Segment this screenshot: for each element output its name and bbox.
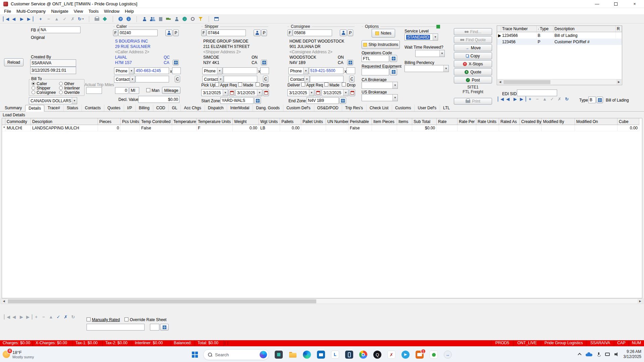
- prior-record-icon[interactable]: ◀: [11, 314, 17, 319]
- start-button[interactable]: [192, 352, 198, 358]
- column-header[interactable]: Rate Per: [458, 118, 476, 125]
- menu-item[interactable]: File: [1, 8, 14, 14]
- notes-button[interactable]: Notes: [372, 29, 395, 38]
- next-record-icon[interactable]: ▶: [513, 97, 518, 102]
- man-checkbox[interactable]: [146, 88, 150, 92]
- search-box[interactable]: Search: [203, 349, 269, 360]
- tab[interactable]: Quotes: [104, 105, 124, 111]
- delete-record-icon[interactable]: −: [535, 97, 540, 102]
- column-header[interactable]: Temperature Units: [197, 118, 233, 125]
- refresh-icon[interactable]: ↻: [70, 314, 76, 319]
- last-record-icon[interactable]: ▶▕: [520, 97, 525, 102]
- edit-record-icon[interactable]: ▲: [48, 314, 54, 319]
- trace-row[interactable]: ▶ 1234566 B Bill of Lading: [497, 32, 622, 39]
- tab[interactable]: Summary: [1, 105, 25, 111]
- first-record-icon[interactable]: ▏◀: [498, 97, 503, 102]
- column-header[interactable]: Pallet Units: [301, 118, 326, 125]
- wait-time-select[interactable]: ▼: [415, 50, 445, 57]
- tab[interactable]: Dang. Goods: [253, 105, 283, 111]
- mail-icon[interactable]: 1: [415, 350, 424, 359]
- edit-record-icon[interactable]: ▲: [54, 16, 60, 22]
- about-icon[interactable]: i: [126, 16, 132, 22]
- scroll-left-icon[interactable]: ◀: [1, 299, 7, 304]
- rate-sheet-input[interactable]: [150, 324, 159, 330]
- menu-item[interactable]: Help: [122, 8, 137, 14]
- print-icon[interactable]: [94, 16, 100, 22]
- trace-row[interactable]: 123456 P Customer PO/Ref #: [497, 39, 622, 45]
- scroll-thumb[interactable]: [503, 80, 550, 84]
- override-rate-sheet-checkbox[interactable]: [124, 317, 128, 321]
- first-record-icon[interactable]: ▏◀: [4, 314, 9, 319]
- insert-record-icon[interactable]: +: [34, 314, 39, 319]
- refresh-icon[interactable]: ↻▼: [78, 16, 84, 22]
- start-zone-input[interactable]: YARD-WALS: [220, 97, 254, 104]
- shipper-contact-select[interactable]: Contact▼: [202, 76, 223, 83]
- shipper-c-button[interactable]: C: [263, 76, 268, 82]
- consignee-phone-input[interactable]: 519-421-5500: [309, 67, 343, 74]
- column-header[interactable]: Items: [397, 118, 412, 125]
- store-icon[interactable]: [317, 350, 325, 359]
- miles-value-input[interactable]: 0: [115, 87, 128, 94]
- scroll-left-icon[interactable]: ◀: [497, 79, 503, 84]
- weather-widget[interactable]: 4 18°FMostly sunny: [3, 348, 34, 361]
- tab[interactable]: Contacts: [82, 105, 104, 111]
- pinned-app-green[interactable]: [429, 350, 438, 359]
- find-button[interactable]: Find...: [454, 28, 492, 35]
- consignee-contact-input[interactable]: [310, 76, 343, 82]
- menu-item[interactable]: View: [71, 8, 86, 14]
- close-button[interactable]: ×: [625, 0, 644, 8]
- service-level-select[interactable]: STANDARD▼: [405, 34, 438, 41]
- column-header[interactable]: Temperature: [172, 118, 197, 125]
- column-header[interactable]: Temp Controlled: [140, 118, 172, 125]
- phone-link-icon[interactable]: [345, 350, 354, 359]
- cancel-edit-icon[interactable]: ✗: [70, 16, 76, 22]
- prior-record-icon[interactable]: ◀: [11, 16, 17, 22]
- requested-equipment-lookup-button[interactable]: [390, 68, 397, 75]
- end-zone-lookup-button[interactable]: [339, 97, 346, 104]
- actual-trip-miles-input[interactable]: [86, 87, 102, 94]
- currency-select[interactable]: CANADIAN DOLLARS▼: [29, 97, 77, 104]
- shipper-customer-button[interactable]: [254, 29, 261, 36]
- tab[interactable]: GL: [168, 105, 180, 111]
- bill-to-radio[interactable]: Override: [59, 90, 80, 95]
- tab[interactable]: InterModal: [227, 105, 253, 111]
- window-icon[interactable]: [214, 16, 220, 22]
- shipper-phone-select[interactable]: Phone▼: [202, 67, 222, 74]
- tab[interactable]: I/P: [124, 105, 136, 111]
- delete-record-icon[interactable]: −: [41, 314, 46, 319]
- menu-item[interactable]: Navigate: [48, 8, 71, 14]
- column-header[interactable]: Perishable: [348, 118, 372, 125]
- pickup-time-button[interactable]: [229, 89, 235, 96]
- column-header[interactable]: Modified On: [575, 118, 618, 125]
- deliver-time-button[interactable]: [315, 89, 321, 96]
- cancel-edit-icon[interactable]: ✗: [557, 97, 562, 102]
- pickup-time-button-2[interactable]: [263, 89, 269, 96]
- shipper-country-lookup-button[interactable]: [261, 60, 267, 65]
- column-header[interactable]: Created By: [520, 118, 542, 125]
- consignee-code-input[interactable]: 05808: [293, 29, 332, 36]
- tab[interactable]: Status: [63, 105, 82, 111]
- shipper-code-input[interactable]: 07464: [207, 29, 246, 36]
- tab[interactable]: Customs: [392, 105, 414, 111]
- tab[interactable]: Custom Def's: [283, 105, 314, 111]
- tab[interactable]: LTL: [440, 105, 453, 111]
- decl-value-input[interactable]: $0.00: [138, 96, 179, 103]
- column-header[interactable]: Rated As: [499, 118, 520, 125]
- pickup-date-to[interactable]: 3/12/2025▼: [235, 89, 262, 96]
- trace-type-input[interactable]: B: [588, 97, 596, 103]
- caller-country-lookup-button[interactable]: [173, 60, 179, 65]
- consignee-contact-select[interactable]: Contact▼: [288, 76, 310, 83]
- shipper-f-button[interactable]: F: [201, 29, 206, 36]
- column-header[interactable]: UN Number: [326, 118, 348, 125]
- file-explorer-icon[interactable]: [288, 350, 297, 359]
- minimize-button[interactable]: —: [588, 0, 606, 8]
- bill-to-radio[interactable]: Consignee: [32, 90, 56, 95]
- consignee-country-lookup-button[interactable]: [347, 60, 353, 65]
- consignee-ext-input[interactable]: [346, 67, 355, 74]
- microphone-icon[interactable]: [597, 352, 600, 357]
- caller-code-input[interactable]: 00240: [118, 29, 158, 36]
- pickup-drop-checkbox[interactable]: [256, 82, 260, 86]
- menu-item[interactable]: Tools: [86, 8, 101, 14]
- caller-p-button[interactable]: P: [173, 29, 179, 36]
- trace-horizontal-scrollbar[interactable]: ◀ ▶: [497, 79, 622, 84]
